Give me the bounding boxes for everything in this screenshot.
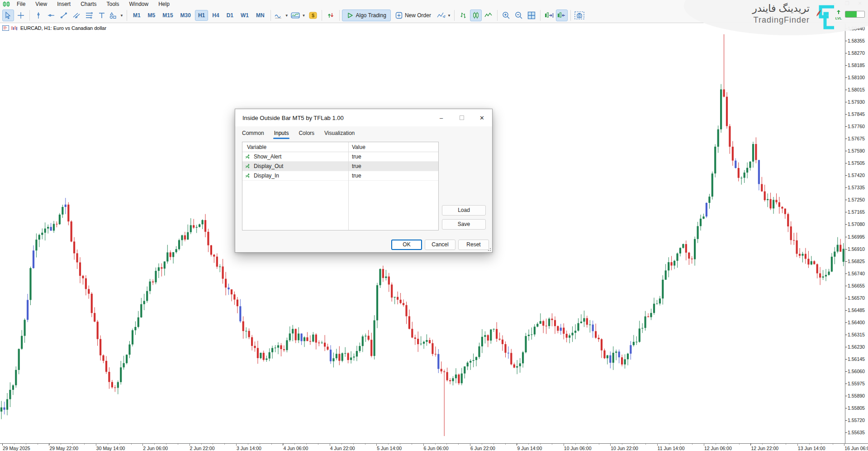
buy-sell-arrows-button[interactable] [325,10,337,21]
time-label: 29 May 22:00 [49,446,78,451]
price-label: 1.56995 [848,234,865,240]
time-minor-tick [657,444,658,445]
table-row[interactable]: Display_Outtrue [242,162,438,171]
time-minor-tick [119,444,120,445]
currency-button[interactable]: $ [307,10,319,21]
tradingfinder-logo-fa: تریدینگ فایندر [706,3,810,14]
price-tick [845,41,847,41]
menu-item-view[interactable]: View [30,0,52,8]
oscillators-button[interactable]: ▼ [290,10,306,21]
tile-windows-button[interactable] [526,10,537,21]
price-tick [845,249,847,249]
menu-item-tools[interactable]: Tools [102,0,124,8]
screenshot-button[interactable] [574,10,585,21]
new-order-button[interactable]: New Order [391,10,436,21]
indicator-settings-dialog: Inside Outside Bar MT5 by TFLab 1.00 – ✕… [235,109,493,253]
indicators-button[interactable]: ▼ [274,10,289,21]
time-minor-tick [330,444,330,445]
tab-inputs[interactable]: Inputs [274,130,289,139]
tab-visualization[interactable]: Visualization [324,130,355,139]
table-row[interactable]: Display_Intrue [242,171,438,181]
column-divider[interactable] [348,142,349,230]
trendline-button[interactable] [58,10,70,21]
time-label: 11 Jun 14:00 [658,446,685,451]
time-minor-tick [260,444,260,445]
price-label: 1.55975 [848,381,865,386]
table-header: Variable Value [242,142,438,152]
cancel-button[interactable]: Cancel [425,240,455,250]
new-order-label: New Order [405,12,431,19]
dialog-maximize-button[interactable] [451,109,472,126]
crosshair-button[interactable] [15,10,27,21]
level-label: LVL [834,16,843,20]
candlestick-type-button[interactable] [470,10,482,21]
fibonacci-button[interactable] [83,10,95,21]
zoom-in-button[interactable] [500,10,512,21]
ok-button[interactable]: OK [391,240,422,250]
time-axis[interactable]: 29 May 202529 May 22:0030 May 14:002 Jun… [0,443,868,451]
value-cell[interactable]: true [348,163,361,169]
dialog-title: Inside Outside Bar MT5 by TFLab 1.00 [242,115,344,121]
price-tick [845,53,847,53]
inputs-table[interactable]: Variable Value Show_AlerttrueDisplay_Out… [242,142,439,230]
channel-button[interactable] [71,10,82,21]
time-minor-tick [342,444,342,445]
reset-button[interactable]: Reset [458,240,489,250]
save-button[interactable]: Save [442,219,486,230]
cursor-button[interactable] [2,10,14,21]
zoom-out-button[interactable] [513,10,525,21]
time-minor-tick [786,444,786,445]
time-minor-tick [751,444,751,445]
time-label: 29 May 2025 [3,446,30,451]
line-chart-type-button[interactable] [483,10,494,21]
table-row[interactable]: Show_Alerttrue [242,152,438,162]
menu-item-help[interactable]: Help [153,0,175,8]
bar-chart-type-button[interactable] [457,10,469,21]
price-label: 1.56145 [848,356,865,362]
shift-end-button[interactable] [543,10,555,21]
menu-item-window[interactable]: Window [124,0,154,8]
price-label: 1.57505 [848,160,865,166]
timeframe-m5[interactable]: M5 [145,10,159,21]
horizontal-line-button[interactable] [45,10,57,21]
dialog-close-button[interactable]: ✕ [472,109,492,126]
timeframe-mn[interactable]: MN [253,10,268,21]
timeframe-w1[interactable]: W1 [237,10,252,21]
timeframe-m15[interactable]: M15 [159,10,176,21]
timeframe-d1[interactable]: D1 [223,10,237,21]
time-minor-tick [528,444,529,445]
load-button[interactable]: Load [442,205,486,216]
algo-trading-button[interactable]: Algo Trading [342,10,391,21]
variable-name: Display_Out [254,163,283,169]
price-label: 1.56060 [848,369,865,374]
timeframe-m30[interactable]: M30 [177,10,194,21]
timeframe-h4[interactable]: H4 [209,10,222,21]
chart-window-icon[interactable] [2,25,9,31]
time-minor-tick [142,444,143,445]
dialog-minimize-button[interactable]: – [431,109,451,126]
menu-item-insert[interactable]: Insert [52,0,76,8]
timeframe-h1[interactable]: H1 [195,10,208,21]
menu-item-charts[interactable]: Charts [76,0,101,8]
time-label: 10 Jun 22:00 [611,446,638,451]
menu-item-file[interactable]: File [12,0,30,8]
time-minor-tick [423,444,424,445]
time-minor-tick [178,444,178,445]
price-tick [845,175,847,176]
tab-colors[interactable]: Colors [299,130,314,139]
vertical-line-button[interactable] [33,10,44,21]
text-button[interactable] [96,10,108,21]
timeframe-m1[interactable]: M1 [130,10,144,21]
chart-bars-icon[interactable] [11,25,18,31]
shapes-button[interactable]: ▼ [109,10,124,21]
tab-common[interactable]: Common [242,130,264,139]
value-cell[interactable]: true [348,173,361,179]
value-cell[interactable]: true [348,154,361,160]
resize-grip[interactable] [487,247,491,251]
dialog-title-bar[interactable]: Inside Outside Bar MT5 by TFLab 1.00 – ✕ [235,109,492,126]
auto-scroll-button[interactable] [556,10,568,21]
price-axis[interactable]: 1.584401.583551.582701.581851.581001.580… [845,24,868,443]
price-tick [845,408,847,408]
price-tick [845,286,847,286]
pattern-button[interactable]: ▼ [436,10,451,21]
